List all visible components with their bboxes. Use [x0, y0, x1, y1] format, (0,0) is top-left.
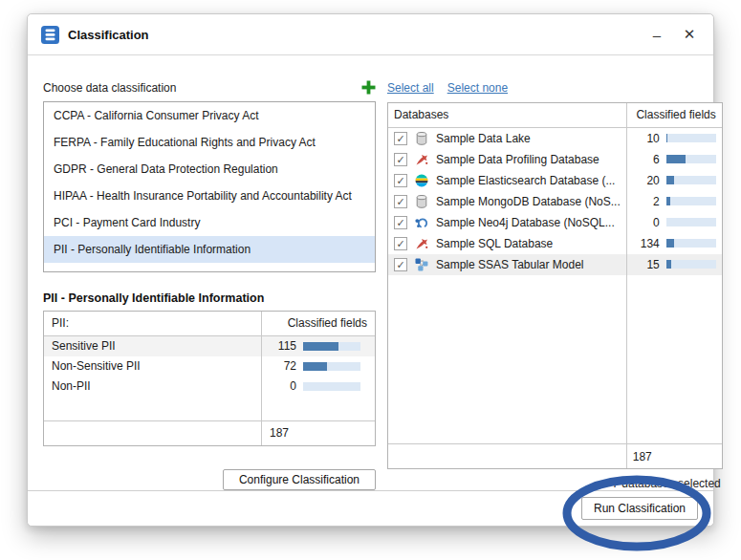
- database-name: Sample SSAS Tabular Model: [436, 258, 584, 271]
- database-row[interactable]: ✓Sample Neo4j Database (NoSQL...0: [388, 212, 722, 233]
- pii-total-value: 187: [261, 421, 375, 445]
- database-checkbox[interactable]: ✓: [394, 195, 407, 208]
- database-row[interactable]: ✓Sample Elasticsearch Database (...20: [388, 170, 722, 191]
- database-checkbox[interactable]: ✓: [394, 174, 407, 187]
- choose-classification-label: Choose data classification: [43, 81, 176, 95]
- classification-item[interactable]: FERPA - Family Educational Rights and Pr…: [44, 129, 375, 156]
- database-name: Sample Data Lake: [436, 132, 531, 145]
- database-row[interactable]: ✓Sample Data Profiling Database6: [388, 149, 722, 170]
- classified-fields-count: 15: [633, 258, 660, 271]
- pii-table-row[interactable]: Non-Sensitive PII72: [44, 356, 375, 377]
- db-total-row: 187: [388, 443, 722, 468]
- pii-col-header: PII:: [44, 312, 261, 335]
- classified-fields-count: 6: [633, 153, 660, 166]
- classification-list: CCPA - California Consumer Privacy ActFE…: [43, 101, 376, 272]
- profiling-database-icon: [414, 152, 429, 167]
- pii-summary-table: PII: Classified fields Sensitive PII115N…: [43, 311, 376, 446]
- close-button[interactable]: ✕: [673, 20, 706, 49]
- classified-fields-count: 10: [633, 132, 660, 145]
- databases-selected-summary: 7 databases selected: [387, 477, 723, 490]
- classified-fields-bar: [666, 176, 716, 184]
- title-bar: Classification – ✕: [28, 14, 713, 55]
- database-cylinder-icon: [414, 194, 429, 209]
- database-row[interactable]: ✓Sample MongoDB Database (NoS...2: [388, 191, 722, 212]
- database-row[interactable]: ✓Sample SSAS Tabular Model15: [388, 254, 722, 275]
- classified-fields-bar: [666, 260, 716, 269]
- classified-fields-count: 0: [633, 216, 660, 229]
- pii-table-row[interactable]: Sensitive PII115: [44, 336, 375, 356]
- classification-dialog: Classification – ✕ Choose data classific…: [27, 13, 714, 527]
- database-cylinder-icon: [414, 131, 429, 146]
- add-classification-button[interactable]: [361, 80, 376, 95]
- classified-fields-count: 115: [270, 339, 296, 353]
- database-name: Sample SQL Database: [436, 237, 553, 250]
- databases-pane: Select all Select none Databases Classif…: [387, 75, 723, 490]
- classified-fields-bar: [666, 197, 716, 205]
- database-row[interactable]: ✓Sample Data Lake10: [388, 128, 722, 149]
- dialog-footer: Run Classification: [28, 490, 713, 526]
- classified-fields-count: 20: [633, 174, 660, 187]
- database-checkbox[interactable]: ✓: [394, 132, 407, 145]
- database-name: Sample Elasticsearch Database (...: [436, 174, 615, 187]
- pii-table-spacer: [44, 397, 375, 420]
- databases-col-header: Databases: [388, 103, 626, 127]
- configure-classification-button[interactable]: Configure Classification: [223, 469, 376, 490]
- classified-fields-bar: [303, 362, 360, 371]
- classified-fields-count: 72: [270, 359, 296, 373]
- elasticsearch-icon: [414, 173, 429, 188]
- dialog-content: Choose data classification CCPA - Califo…: [28, 56, 713, 490]
- classified-fields-bar: [303, 342, 360, 351]
- database-row[interactable]: ✓Sample SQL Database134: [388, 233, 722, 254]
- run-classification-button[interactable]: Run Classification: [581, 497, 698, 520]
- classified-fields-bar: [666, 218, 716, 226]
- database-checkbox[interactable]: ✓: [394, 237, 407, 250]
- classified-fields-bar: [303, 382, 360, 391]
- classified-fields-count: 2: [633, 195, 660, 208]
- classification-detail-heading: PII - Personally Identifiable Informatio…: [43, 291, 376, 305]
- sql-database-icon: [414, 236, 429, 251]
- select-none-link[interactable]: Select none: [447, 81, 508, 95]
- database-checkbox[interactable]: ✓: [394, 216, 407, 229]
- pii-total-row: 187: [44, 420, 375, 445]
- db-table-spacer: [388, 275, 722, 443]
- classified-fields-count: 134: [633, 237, 660, 250]
- pii-row-label: Non-PII: [52, 379, 91, 393]
- pii-row-label: Non-Sensitive PII: [52, 359, 141, 373]
- classified-fields-bar: [666, 239, 716, 248]
- classification-item[interactable]: PCI - Payment Card Industry: [44, 209, 375, 236]
- database-name: Sample Data Profiling Database: [436, 153, 599, 166]
- classified-fields-bar: [666, 155, 716, 163]
- database-name: Sample Neo4j Database (NoSQL...: [436, 216, 615, 229]
- select-all-link[interactable]: Select all: [387, 81, 434, 95]
- classification-pane: Choose data classification CCPA - Califo…: [43, 75, 376, 490]
- plus-icon: [361, 80, 376, 95]
- database-name: Sample MongoDB Database (NoS...: [436, 195, 621, 208]
- window-title: Classification: [68, 28, 149, 42]
- classification-item[interactable]: PII - Personally Identifiable Informatio…: [44, 236, 375, 263]
- database-checkbox[interactable]: ✓: [394, 153, 407, 166]
- classified-fields-count: 0: [270, 379, 296, 393]
- classification-item[interactable]: HIPAA - Health Insurance Portability and…: [44, 183, 375, 209]
- db-total-value: 187: [626, 444, 722, 468]
- databases-table: Databases Classified fields ✓Sample Data…: [387, 102, 723, 469]
- minimize-button[interactable]: –: [641, 20, 673, 49]
- ssas-icon: [414, 257, 429, 272]
- pii-table-row[interactable]: Non-PII0: [44, 377, 375, 397]
- classification-item[interactable]: CCPA - California Consumer Privacy Act: [44, 102, 375, 129]
- db-classified-fields-header: Classified fields: [626, 103, 722, 127]
- pii-classified-fields-header: Classified fields: [261, 312, 375, 335]
- database-checkbox[interactable]: ✓: [394, 258, 407, 271]
- pii-row-label: Sensitive PII: [52, 339, 116, 353]
- classification-item[interactable]: GDPR - General Data Protection Regulatio…: [44, 156, 375, 183]
- neo4j-icon: [414, 215, 429, 230]
- classified-fields-bar: [666, 134, 716, 142]
- app-logo-icon: [41, 26, 59, 44]
